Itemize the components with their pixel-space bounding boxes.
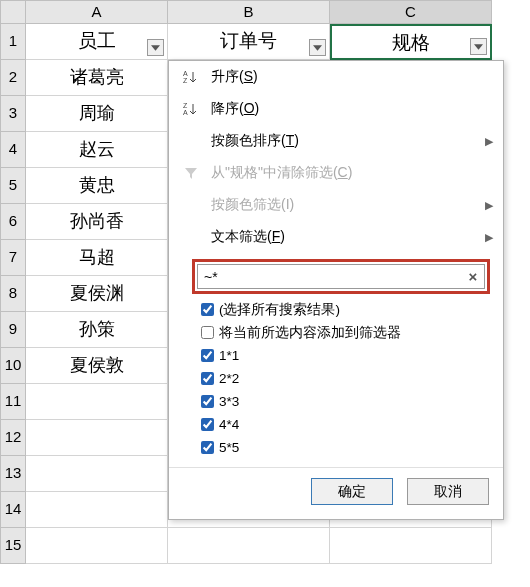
cell[interactable]: 周瑜: [26, 96, 168, 132]
chevron-right-icon: ▶: [485, 135, 493, 148]
search-input[interactable]: [198, 269, 462, 285]
row-header[interactable]: 12: [0, 420, 26, 456]
menu-label: 按颜色排序(T): [211, 132, 485, 150]
cell[interactable]: 黄忠: [26, 168, 168, 204]
sort-asc-icon: AZ: [181, 68, 201, 86]
cell[interactable]: [168, 528, 330, 564]
cell[interactable]: [26, 420, 168, 456]
checkbox[interactable]: [201, 395, 214, 408]
cell[interactable]: 诸葛亮: [26, 60, 168, 96]
select-all-results-item[interactable]: (选择所有搜索结果): [201, 298, 490, 321]
ok-button[interactable]: 确定: [311, 478, 393, 505]
svg-text:A: A: [183, 109, 188, 116]
sort-by-color-item[interactable]: 按颜色排序(T) ▶: [169, 125, 503, 157]
svg-text:A: A: [183, 70, 188, 77]
sort-desc-icon: ZA: [181, 100, 201, 118]
checkbox[interactable]: [201, 303, 214, 316]
checkbox[interactable]: [201, 326, 214, 339]
row-header[interactable]: 2: [0, 60, 26, 96]
cell[interactable]: 孙策: [26, 312, 168, 348]
cell-B1[interactable]: 订单号: [168, 24, 330, 60]
row-header[interactable]: 9: [0, 312, 26, 348]
cell[interactable]: [26, 492, 168, 528]
row-header[interactable]: 13: [0, 456, 26, 492]
funnel-clear-icon: [181, 164, 201, 182]
row-header[interactable]: 6: [0, 204, 26, 240]
filter-button-B[interactable]: [309, 39, 326, 56]
cell[interactable]: 孙尚香: [26, 204, 168, 240]
row-header[interactable]: 10: [0, 348, 26, 384]
cancel-button[interactable]: 取消: [407, 478, 489, 505]
cell[interactable]: [26, 456, 168, 492]
cell-A1[interactable]: 员工: [26, 24, 168, 60]
filter-value-item[interactable]: 1*1: [201, 344, 490, 367]
text-filter-item[interactable]: 文本筛选(F) ▶: [169, 221, 503, 253]
filter-checklist: (选择所有搜索结果) 将当前所选内容添加到筛选器 1*1 2*2 3*3 4*4…: [201, 298, 490, 459]
menu-label: 升序(S): [211, 68, 493, 86]
sort-asc-item[interactable]: AZ 升序(S): [169, 61, 503, 93]
filter-value-item[interactable]: 4*4: [201, 413, 490, 436]
cell[interactable]: 夏侯敦: [26, 348, 168, 384]
check-label: 5*5: [219, 440, 239, 455]
clear-search-icon[interactable]: ×: [462, 266, 484, 288]
cell[interactable]: [26, 528, 168, 564]
check-label: 4*4: [219, 417, 239, 432]
menu-label: 从"规格"中清除筛选(C): [211, 164, 493, 182]
filter-button-C[interactable]: [470, 38, 487, 55]
row-header[interactable]: 7: [0, 240, 26, 276]
check-label: 将当前所选内容添加到筛选器: [219, 324, 401, 342]
cell-text: 员工: [78, 30, 116, 51]
check-label: 1*1: [219, 348, 239, 363]
menu-label: 按颜色筛选(I): [211, 196, 485, 214]
chevron-right-icon: ▶: [485, 231, 493, 244]
row-header[interactable]: 4: [0, 132, 26, 168]
blank-icon: [181, 132, 201, 150]
check-label: 2*2: [219, 371, 239, 386]
cell[interactable]: 马超: [26, 240, 168, 276]
check-label: (选择所有搜索结果): [219, 301, 340, 319]
cell[interactable]: [26, 384, 168, 420]
row-header[interactable]: 11: [0, 384, 26, 420]
menu-label: 文本筛选(F): [211, 228, 485, 246]
filter-value-item[interactable]: 3*3: [201, 390, 490, 413]
cell[interactable]: 赵云: [26, 132, 168, 168]
svg-text:Z: Z: [183, 102, 188, 109]
checkbox[interactable]: [201, 372, 214, 385]
cell[interactable]: 夏侯渊: [26, 276, 168, 312]
row-header[interactable]: 14: [0, 492, 26, 528]
add-current-item[interactable]: 将当前所选内容添加到筛选器: [201, 321, 490, 344]
cell-C1[interactable]: 规格: [330, 24, 492, 60]
col-header-C[interactable]: C: [330, 0, 492, 24]
checkbox[interactable]: [201, 418, 214, 431]
row-header[interactable]: 15: [0, 528, 26, 564]
chevron-right-icon: ▶: [485, 199, 493, 212]
select-all-corner[interactable]: [0, 0, 26, 24]
filter-button-A[interactable]: [147, 39, 164, 56]
menu-label: 降序(O): [211, 100, 493, 118]
row-header[interactable]: 8: [0, 276, 26, 312]
row-header[interactable]: 1: [0, 24, 26, 60]
filter-value-item[interactable]: 2*2: [201, 367, 490, 390]
filter-by-color-item: 按颜色筛选(I) ▶: [169, 189, 503, 221]
cell[interactable]: [330, 528, 492, 564]
cell-text: 规格: [392, 32, 430, 53]
sort-desc-item[interactable]: ZA 降序(O): [169, 93, 503, 125]
svg-text:Z: Z: [183, 77, 188, 84]
col-header-A[interactable]: A: [26, 0, 168, 24]
clear-filter-item: 从"规格"中清除筛选(C): [169, 157, 503, 189]
cell-text: 订单号: [220, 30, 277, 51]
check-label: 3*3: [219, 394, 239, 409]
search-box-highlight: ×: [192, 259, 490, 294]
checkbox[interactable]: [201, 441, 214, 454]
row-header[interactable]: 5: [0, 168, 26, 204]
filter-dropdown: AZ 升序(S) ZA 降序(O) 按颜色排序(T) ▶ 从"规格"中清除筛选(…: [168, 60, 504, 520]
row-header[interactable]: 3: [0, 96, 26, 132]
filter-value-item[interactable]: 5*5: [201, 436, 490, 459]
checkbox[interactable]: [201, 349, 214, 362]
blank-icon: [181, 228, 201, 246]
col-header-B[interactable]: B: [168, 0, 330, 24]
blank-icon: [181, 196, 201, 214]
